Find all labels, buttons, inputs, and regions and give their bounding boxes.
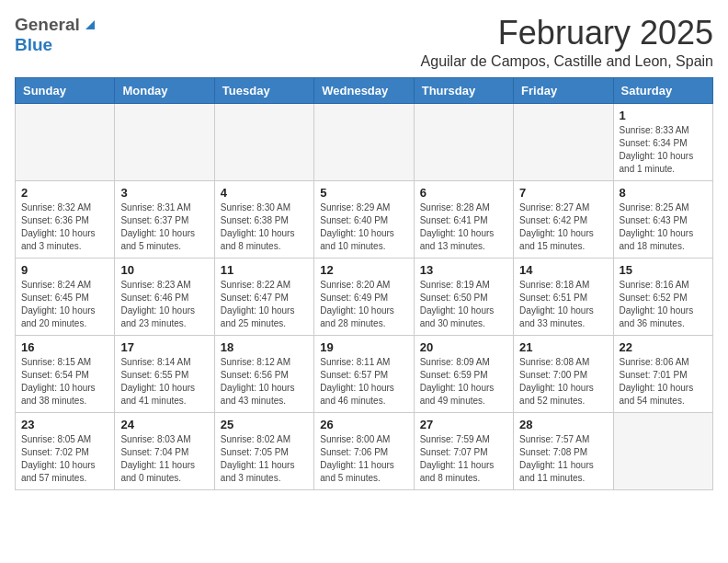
day-info: Sunrise: 8:06 AM Sunset: 7:01 PM Dayligh… [620,356,707,408]
weekday-header-saturday: Saturday [613,77,712,103]
logo-general: General [15,15,80,35]
day-number: 19 [320,340,407,354]
day-number: 16 [21,340,108,354]
calendar-body: 1Sunrise: 8:33 AM Sunset: 6:34 PM Daylig… [16,103,713,489]
weekday-header-wednesday: Wednesday [314,77,414,103]
month-title: February 2025 [421,15,713,52]
logo-triangle-icon [82,17,98,33]
day-number: 2 [21,186,108,200]
calendar-day [214,103,313,180]
day-info: Sunrise: 8:09 AM Sunset: 6:59 PM Dayligh… [420,356,507,408]
calendar-day [514,103,613,180]
day-info: Sunrise: 8:24 AM Sunset: 6:45 PM Dayligh… [21,279,108,330]
day-number: 6 [420,186,507,200]
calendar-day: 16Sunrise: 8:15 AM Sunset: 6:54 PM Dayli… [16,335,115,412]
calendar-day: 20Sunrise: 8:09 AM Sunset: 6:59 PM Dayli… [414,335,513,412]
calendar-day [115,103,214,180]
day-info: Sunrise: 8:00 AM Sunset: 7:06 PM Dayligh… [320,433,407,485]
day-info: Sunrise: 8:31 AM Sunset: 6:37 PM Dayligh… [120,201,208,253]
day-info: Sunrise: 8:12 AM Sunset: 6:56 PM Dayligh… [221,356,308,408]
day-info: Sunrise: 8:19 AM Sunset: 6:50 PM Dayligh… [420,279,507,330]
calendar-day: 7Sunrise: 8:27 AM Sunset: 6:42 PM Daylig… [514,180,613,258]
logo-blue: Blue [15,35,52,54]
calendar-day: 24Sunrise: 8:03 AM Sunset: 7:04 PM Dayli… [115,412,214,489]
calendar-day: 27Sunrise: 7:59 AM Sunset: 7:07 PM Dayli… [414,412,513,489]
day-number: 23 [21,418,108,431]
calendar-day [414,103,513,180]
calendar-week-3: 9Sunrise: 8:24 AM Sunset: 6:45 PM Daylig… [16,258,713,335]
day-number: 25 [221,418,308,431]
calendar-day: 11Sunrise: 8:22 AM Sunset: 6:47 PM Dayli… [214,258,313,335]
calendar-day: 23Sunrise: 8:05 AM Sunset: 7:02 PM Dayli… [16,412,115,489]
day-info: Sunrise: 8:30 AM Sunset: 6:38 PM Dayligh… [221,201,308,253]
day-number: 20 [420,340,507,354]
calendar-day: 6Sunrise: 8:28 AM Sunset: 6:41 PM Daylig… [414,180,513,258]
day-number: 17 [120,340,208,354]
day-info: Sunrise: 8:28 AM Sunset: 6:41 PM Dayligh… [420,201,507,253]
day-number: 1 [620,109,707,122]
day-info: Sunrise: 8:11 AM Sunset: 6:57 PM Dayligh… [320,356,407,408]
location-subtitle: Aguilar de Campos, Castille and Leon, Sp… [421,53,713,70]
day-number: 12 [320,263,407,277]
weekday-header-tuesday: Tuesday [214,77,313,103]
calendar-day: 18Sunrise: 8:12 AM Sunset: 6:56 PM Dayli… [214,335,313,412]
calendar-day: 3Sunrise: 8:31 AM Sunset: 6:37 PM Daylig… [115,180,214,258]
day-number: 22 [620,340,707,354]
day-number: 3 [120,186,208,200]
title-block: February 2025 Aguilar de Campos, Castill… [421,15,713,70]
calendar-day: 5Sunrise: 8:29 AM Sunset: 6:40 PM Daylig… [314,180,414,258]
page-header: General Blue February 2025 Aguilar de Ca… [15,15,713,70]
day-info: Sunrise: 8:05 AM Sunset: 7:02 PM Dayligh… [21,433,108,485]
calendar-day: 28Sunrise: 7:57 AM Sunset: 7:08 PM Dayli… [514,412,613,489]
day-number: 9 [21,263,108,277]
calendar-day: 4Sunrise: 8:30 AM Sunset: 6:38 PM Daylig… [214,180,313,258]
calendar-day [16,103,115,180]
day-info: Sunrise: 8:20 AM Sunset: 6:49 PM Dayligh… [320,279,407,330]
calendar-day: 12Sunrise: 8:20 AM Sunset: 6:49 PM Dayli… [314,258,414,335]
calendar-day: 14Sunrise: 8:18 AM Sunset: 6:51 PM Dayli… [514,258,613,335]
day-info: Sunrise: 8:33 AM Sunset: 6:34 PM Dayligh… [620,124,707,176]
day-info: Sunrise: 8:02 AM Sunset: 7:05 PM Dayligh… [221,433,308,485]
calendar-day: 9Sunrise: 8:24 AM Sunset: 6:45 PM Daylig… [16,258,115,335]
weekday-header-friday: Friday [514,77,613,103]
day-number: 26 [320,418,407,431]
day-info: Sunrise: 8:29 AM Sunset: 6:40 PM Dayligh… [320,201,407,253]
day-number: 7 [519,186,607,200]
day-info: Sunrise: 7:59 AM Sunset: 7:07 PM Dayligh… [420,433,507,485]
day-info: Sunrise: 8:27 AM Sunset: 6:42 PM Dayligh… [519,201,607,253]
calendar-day: 26Sunrise: 8:00 AM Sunset: 7:06 PM Dayli… [314,412,414,489]
day-info: Sunrise: 8:25 AM Sunset: 6:43 PM Dayligh… [620,201,707,253]
day-number: 4 [221,186,308,200]
day-number: 5 [320,186,407,200]
calendar-day [314,103,414,180]
day-info: Sunrise: 8:15 AM Sunset: 6:54 PM Dayligh… [21,356,108,408]
day-info: Sunrise: 7:57 AM Sunset: 7:08 PM Dayligh… [519,433,607,485]
day-number: 27 [420,418,507,431]
weekday-header-monday: Monday [115,77,214,103]
calendar-header: SundayMondayTuesdayWednesdayThursdayFrid… [16,77,713,103]
calendar-day: 19Sunrise: 8:11 AM Sunset: 6:57 PM Dayli… [314,335,414,412]
calendar-week-2: 2Sunrise: 8:32 AM Sunset: 6:36 PM Daylig… [16,180,713,258]
day-info: Sunrise: 8:08 AM Sunset: 7:00 PM Dayligh… [519,356,607,408]
calendar-day: 10Sunrise: 8:23 AM Sunset: 6:46 PM Dayli… [115,258,214,335]
calendar-day: 8Sunrise: 8:25 AM Sunset: 6:43 PM Daylig… [613,180,712,258]
calendar-day: 15Sunrise: 8:16 AM Sunset: 6:52 PM Dayli… [613,258,712,335]
day-number: 28 [519,418,607,431]
day-number: 24 [120,418,208,431]
weekday-header-thursday: Thursday [414,77,513,103]
day-number: 10 [120,263,208,277]
calendar-week-1: 1Sunrise: 8:33 AM Sunset: 6:34 PM Daylig… [16,103,713,180]
weekday-header-row: SundayMondayTuesdayWednesdayThursdayFrid… [16,77,713,103]
day-number: 21 [519,340,607,354]
day-number: 14 [519,263,607,277]
calendar-week-5: 23Sunrise: 8:05 AM Sunset: 7:02 PM Dayli… [16,412,713,489]
calendar-day: 21Sunrise: 8:08 AM Sunset: 7:00 PM Dayli… [514,335,613,412]
calendar-day: 17Sunrise: 8:14 AM Sunset: 6:55 PM Dayli… [115,335,214,412]
day-info: Sunrise: 8:23 AM Sunset: 6:46 PM Dayligh… [120,279,208,330]
calendar-week-4: 16Sunrise: 8:15 AM Sunset: 6:54 PM Dayli… [16,335,713,412]
calendar-day [613,412,712,489]
day-info: Sunrise: 8:22 AM Sunset: 6:47 PM Dayligh… [221,279,308,330]
day-info: Sunrise: 8:03 AM Sunset: 7:04 PM Dayligh… [120,433,208,485]
logo: General Blue [15,15,98,55]
calendar-day: 1Sunrise: 8:33 AM Sunset: 6:34 PM Daylig… [613,103,712,180]
